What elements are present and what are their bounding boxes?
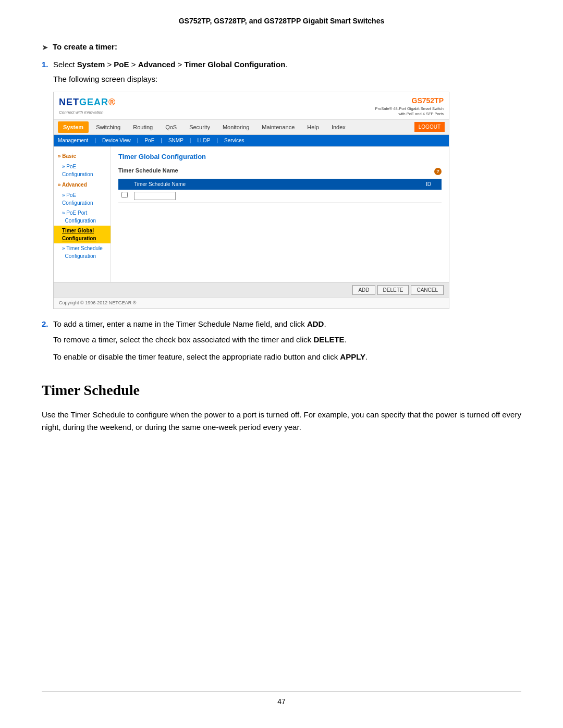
step-1-text: Select System > PoE > Advanced > Timer G… xyxy=(53,59,288,71)
table-header-row: Timer Schedule Name ID xyxy=(118,179,442,190)
ng-nav-right: LOGOUT xyxy=(414,122,445,132)
bottom-rule xyxy=(42,692,521,692)
sidebar-item-timer-schedule-config[interactable]: » Timer Schedule Configuration xyxy=(54,243,111,261)
ng-content: » Basic » PoE Configuration » Advanced »… xyxy=(54,146,449,282)
subnav-snmp[interactable]: SNMP xyxy=(168,137,183,144)
subnav-poe[interactable]: PoE xyxy=(144,137,154,144)
subnav-services[interactable]: Services xyxy=(224,137,244,144)
timer-section-header-row: Timer Schedule Name ? xyxy=(118,166,442,177)
subnav-lldp[interactable]: LLDP xyxy=(197,137,210,144)
step-1-number: 1. xyxy=(42,59,53,71)
row-checkbox[interactable] xyxy=(121,192,128,198)
nav-tab-routing[interactable]: Routing xyxy=(128,121,158,133)
ng-logo-tagline: Connect with Innovation xyxy=(59,109,116,116)
timer-table: Timer Schedule Name ID xyxy=(118,179,442,203)
sidebar-item-adv-poe-config[interactable]: » PoE Configuration xyxy=(54,190,111,208)
ng-logo-text: NETGEAR® xyxy=(59,95,116,109)
nav-tab-system[interactable]: System xyxy=(58,121,89,133)
arrow-marker: ➤ xyxy=(42,42,48,54)
nav-tab-qos[interactable]: QoS xyxy=(160,121,182,133)
nav-tab-security[interactable]: Security xyxy=(184,121,215,133)
ng-logo: NETGEAR® Connect with Innovation xyxy=(59,95,116,116)
ng-product-desc: ProSafe® 48-Port Gigabit Smart Switch wi… xyxy=(375,106,444,117)
ng-copyright: Copyright © 1996-2012 NETGEAR ® xyxy=(54,298,449,309)
subnav-deviceview[interactable]: Device View xyxy=(102,137,131,144)
help-icon[interactable]: ? xyxy=(434,168,442,175)
ng-nav: System Switching Routing QoS Security Mo… xyxy=(54,120,449,135)
sidebar-section-basic[interactable]: » Basic xyxy=(54,151,111,162)
nav-tab-index[interactable]: Index xyxy=(326,121,351,133)
sidebar-item-timer-global-config[interactable]: Timer GlobalConfiguration xyxy=(54,226,111,243)
th-timer-name: Timer Schedule Name xyxy=(131,179,415,190)
sidebar-item-basic-poe-config[interactable]: » PoE Configuration xyxy=(54,162,111,179)
bottom-area: 47 xyxy=(0,692,563,707)
nav-tab-switching[interactable]: Switching xyxy=(91,121,126,133)
th-id: ID xyxy=(415,179,442,190)
para-enable: To enable or disable the timer feature, … xyxy=(53,351,521,363)
subnav-management[interactable]: Management xyxy=(58,137,88,144)
sidebar-section-advanced[interactable]: » Advanced xyxy=(54,179,111,190)
page-header: GS752TP, GS728TP, and GS728TPP Gigabit S… xyxy=(42,16,521,27)
table-row xyxy=(118,190,442,203)
step-1-row: 1. Select System > PoE > Advanced > Time… xyxy=(42,59,521,71)
ng-footer: ADD DELETE CANCEL xyxy=(54,282,449,298)
td-timer-name xyxy=(131,190,415,203)
cancel-button[interactable]: CANCEL xyxy=(411,285,444,295)
ng-page-title: Timer Global Configuration xyxy=(118,152,442,162)
para-remove: To remove a timer, select the check box … xyxy=(53,334,521,346)
to-create-row: ➤ To create a timer: xyxy=(42,41,521,54)
to-create-label: To create a timer: xyxy=(53,41,117,53)
screenshot-box: NETGEAR® Connect with Innovation GS752TP… xyxy=(53,92,449,309)
ng-header: NETGEAR® Connect with Innovation GS752TP… xyxy=(54,92,449,120)
timer-section-header: Timer Schedule Name xyxy=(118,166,178,175)
following-text: The following screen displays: xyxy=(53,73,521,85)
timer-schedule-heading: Timer Schedule xyxy=(42,379,521,401)
step-2-number: 2. xyxy=(42,318,53,330)
nav-tab-monitoring[interactable]: Monitoring xyxy=(217,121,254,133)
th-checkbox xyxy=(118,179,131,190)
nav-tab-help[interactable]: Help xyxy=(302,121,324,133)
ng-subnav: Management | Device View | PoE | SNMP | … xyxy=(54,135,449,146)
td-id xyxy=(415,190,442,203)
delete-button[interactable]: DELETE xyxy=(377,285,409,295)
step-2-row: 2. To add a timer, enter a name in the T… xyxy=(42,318,521,330)
step-2-text: To add a timer, enter a name in the Time… xyxy=(53,318,326,330)
sidebar-item-poe-port-config[interactable]: » PoE Port Configuration xyxy=(54,208,111,226)
timer-name-input[interactable] xyxy=(134,192,176,200)
page-number: 47 xyxy=(42,696,521,707)
logout-button[interactable]: LOGOUT xyxy=(414,122,445,132)
td-checkbox xyxy=(118,190,131,203)
header-title: GS752TP, GS728TP, and GS728TPP Gigabit S… xyxy=(179,17,385,25)
ng-sidebar: » Basic » PoE Configuration » Advanced »… xyxy=(54,146,111,282)
nav-tab-maintenance[interactable]: Maintenance xyxy=(256,121,300,133)
add-button[interactable]: ADD xyxy=(352,285,375,295)
timer-schedule-body: Use the Timer Schedule to configure when… xyxy=(42,409,521,434)
ng-product-model: GS752TP xyxy=(375,95,444,106)
ng-main: Timer Global Configuration Timer Schedul… xyxy=(111,146,449,282)
ng-product-info: GS752TP ProSafe® 48-Port Gigabit Smart S… xyxy=(375,95,444,117)
